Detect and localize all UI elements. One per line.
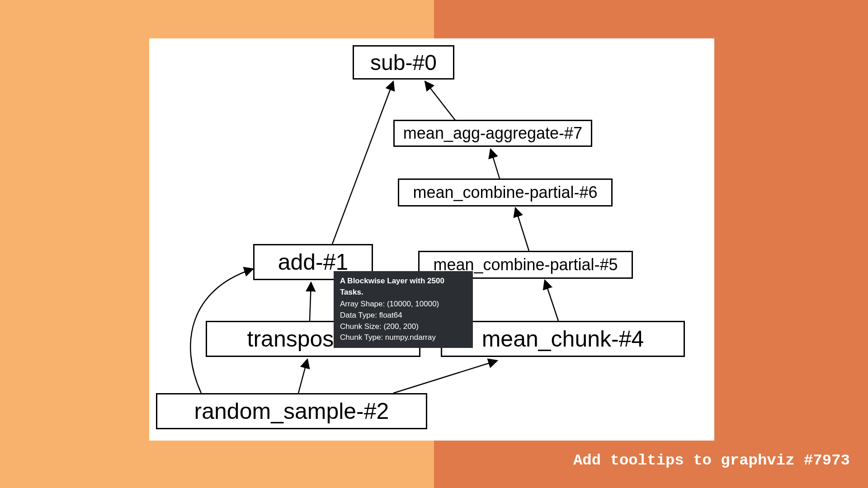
tooltip-line: Array Shape: (10000, 10000) bbox=[340, 299, 467, 310]
node-chunk[interactable]: mean_chunk-#4 bbox=[441, 321, 685, 357]
tooltip-title: A Blockwise Layer with 2500 Tasks. bbox=[340, 276, 467, 298]
node-random[interactable]: random_sample-#2 bbox=[156, 393, 427, 429]
node-partial6[interactable]: mean_combine-partial-#6 bbox=[398, 178, 613, 206]
tooltip-line: Chunk Type: numpy.ndarray bbox=[340, 332, 467, 343]
node-sub[interactable]: sub-#0 bbox=[353, 45, 454, 80]
tooltip-line: Data Type: float64 bbox=[340, 310, 467, 321]
node-aggregate[interactable]: mean_agg-aggregate-#7 bbox=[393, 120, 592, 147]
slide-caption: Add tooltips to graphviz #7973 bbox=[573, 452, 850, 469]
diagram-panel bbox=[149, 38, 714, 441]
tooltip-line: Chunk Size: (200, 200) bbox=[340, 321, 467, 333]
slide-background: sub-#0 mean_agg-aggregate-#7 mean_combin… bbox=[0, 0, 868, 488]
node-tooltip: A Blockwise Layer with 2500 Tasks. Array… bbox=[334, 271, 473, 348]
